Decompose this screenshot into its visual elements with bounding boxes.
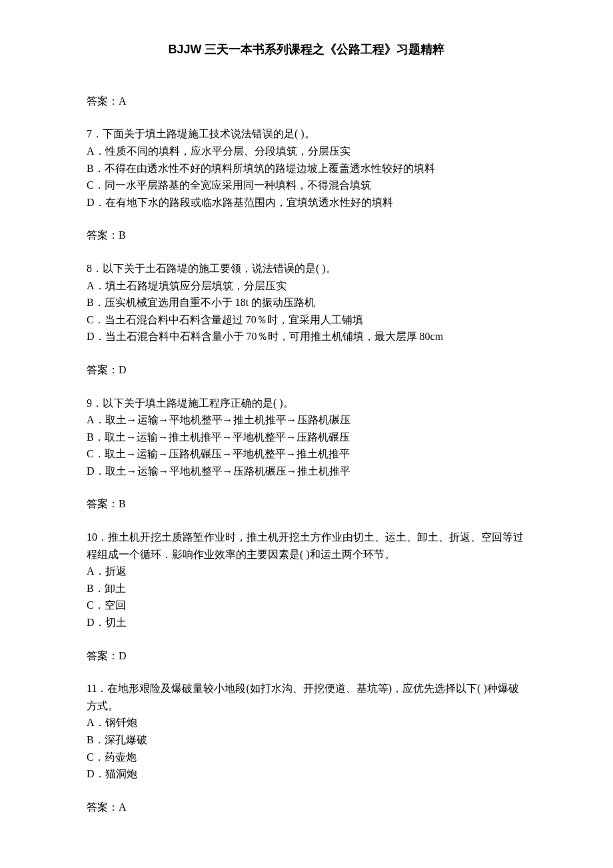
text-line: D．取土→运输→平地机整平→压路机碾压→推土机推平	[87, 463, 526, 480]
text-block: 答案：B	[87, 495, 526, 513]
text-block: 答案：A	[87, 93, 526, 110]
text-block: 答案：D	[87, 361, 526, 379]
content-body: 答案：A7．下面关于填土路堤施工技术说法错误的足( )。A．性质不同的填料，应水…	[87, 93, 526, 816]
text-line: C．当土石混合料中石料含量超过 70％时，宜采用人工铺填	[87, 311, 526, 329]
text-line: 答案：A	[87, 93, 526, 110]
text-line: C．同一水平层路基的全宽应采用同一种填料，不得混合填筑	[87, 177, 526, 194]
text-line: 8．以下关于土石路堤的施工要领，说法错误的是( )。	[87, 260, 526, 277]
text-line: A．取土→运输→平地机整平→推土机推平→压路机碾压	[87, 411, 526, 429]
text-line: C．空回	[87, 597, 526, 614]
text-line: C．药壶炮	[87, 749, 526, 766]
page-container: BJJW 三天一本书系列课程之《公路工程》习题精粹 答案：A7．下面关于填土路堤…	[0, 0, 613, 868]
text-line: A．性质不同的填料，应水平分层、分段填筑，分层压实	[87, 143, 526, 160]
text-line: 答案：D	[87, 647, 526, 665]
text-line: D．猫洞炮	[87, 765, 526, 783]
text-line: B．不得在由透水性不好的填料所填筑的路堤边坡上覆盖透水性较好的填料	[87, 160, 526, 177]
text-line: 7．下面关于填土路堤施工技术说法错误的足( )。	[87, 125, 526, 143]
text-block: 11．在地形艰险及爆破量较小地段(如打水沟、开挖便道、基坑等)，应优先选择以下(…	[87, 680, 526, 783]
text-block: 答案：B	[87, 227, 526, 244]
text-block: 9．以下关于填土路堤施工程序正确的是( )。A．取土→运输→平地机整平→推土机推…	[87, 395, 526, 480]
page-title: BJJW 三天一本书系列课程之《公路工程》习题精粹	[87, 40, 526, 59]
text-line: B．卸土	[87, 580, 526, 597]
text-line: B．取土→运输→推土机推平→平地机整平→压路机碾压	[87, 429, 526, 446]
text-line: D．当土石混合料中石料含量小于 70％时，可用推土机铺填，最大层厚 80cm	[87, 328, 526, 345]
text-block: 8．以下关于土石路堤的施工要领，说法错误的是( )。A．填土石路堤填筑应分层填筑…	[87, 260, 526, 345]
text-block: 7．下面关于填土路堤施工技术说法错误的足( )。A．性质不同的填料，应水平分层、…	[87, 125, 526, 211]
text-line: B．深孔爆破	[87, 731, 526, 749]
text-line: B．压实机械宜选用自重不小于 18t 的振动压路机	[87, 294, 526, 311]
text-block: 10．推土机开挖土质路堑作业时，推土机开挖土方作业由切土、运土、卸土、折返、空回…	[87, 529, 526, 631]
text-line: D．切土	[87, 614, 526, 631]
text-line: A．钢钎炮	[87, 714, 526, 731]
text-line: C．取土→运输→压路机碾压→平地机整平→推土机推平	[87, 445, 526, 463]
text-line: 11．在地形艰险及爆破量较小地段(如打水沟、开挖便道、基坑等)，应优先选择以下(…	[87, 680, 526, 714]
text-line: A．折返	[87, 563, 526, 580]
text-line: 9．以下关于填土路堤施工程序正确的是( )。	[87, 395, 526, 412]
text-line: 答案：A	[87, 799, 526, 816]
text-line: 答案：D	[87, 361, 526, 379]
text-block: 答案：D	[87, 647, 526, 665]
text-line: 10．推土机开挖土质路堑作业时，推土机开挖土方作业由切土、运土、卸土、折返、空回…	[87, 529, 526, 563]
text-block: 答案：A	[87, 799, 526, 816]
text-line: A．填土石路堤填筑应分层填筑，分层压实	[87, 277, 526, 295]
text-line: 答案：B	[87, 227, 526, 244]
text-line: 答案：B	[87, 495, 526, 513]
text-line: D．在有地下水的路段或临水路基范围内，宜填筑透水性好的填料	[87, 194, 526, 211]
